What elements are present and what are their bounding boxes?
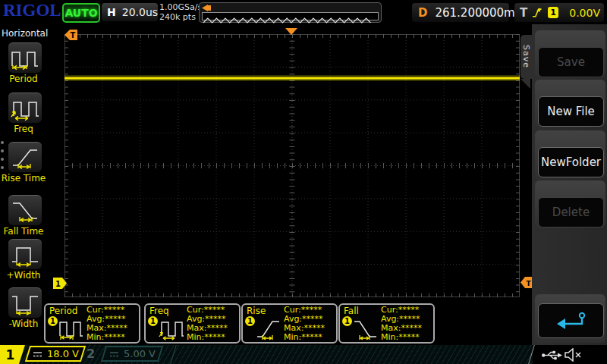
fall-time-icon: [10, 198, 40, 224]
stat-label: Min:: [284, 332, 301, 342]
memory-depth: 240k pts: [159, 12, 202, 22]
measure-item-period[interactable]: [8, 42, 42, 73]
record-position-marker-icon: [202, 5, 212, 11]
measure-item-rise-time-label: Rise Time: [0, 173, 47, 184]
speaker-muted-icon[interactable]: [565, 348, 583, 362]
measurement-panel-period[interactable]: Period 1 Cur:***** Avg:***** Max:***** M…: [44, 303, 140, 344]
timebase-value: 20.0us: [122, 6, 158, 18]
measurement-stats: Cur:***** Avg:***** Max:***** Min:*****: [381, 306, 434, 342]
waveform-record-preview[interactable]: [199, 2, 382, 23]
ch1-scale-value: 18.0 V: [47, 348, 79, 359]
stat-label: Min:: [86, 332, 104, 342]
measurement-title: Rise: [247, 306, 266, 316]
oscilloscope-screen: RIGOL AUTO H 20.0us 1.00GSa/s 240k pts D…: [0, 0, 607, 364]
usb-icon: [542, 350, 562, 360]
fall-time-icon: [353, 316, 379, 342]
measurement-panel-freq[interactable]: Freq 1 Cur:***** Avg:***** Max:***** Min…: [144, 303, 241, 344]
ch1-trace: [64, 77, 520, 80]
measurement-title: Period: [49, 306, 77, 316]
measure-item-rise-time[interactable]: [8, 142, 42, 172]
trigger-source-badge: 1: [548, 7, 559, 18]
record-waveform-icon: [203, 17, 378, 24]
stat-label: Min:: [187, 332, 204, 342]
timebase-label: H: [107, 6, 116, 18]
channel-status-bar: 1 18.0 V 2 5.00 V: [0, 345, 607, 364]
svg-text:1: 1: [55, 280, 61, 288]
rise-time-icon: [256, 316, 281, 342]
rise-time-icon: [10, 145, 40, 171]
measurement-stats: Cur:***** Avg:***** Max:***** Min:*****: [86, 306, 140, 342]
trigger-position-marker[interactable]: [285, 28, 297, 35]
measurement-stats: Cur:***** Avg:***** Max:***** Min:*****: [187, 306, 240, 342]
return-arrow-icon: [555, 311, 588, 331]
rising-edge-icon: [531, 6, 543, 19]
measure-item-neg-width[interactable]: [8, 287, 42, 318]
graticule: [64, 34, 520, 297]
ch1-button[interactable]: 1: [0, 345, 25, 364]
period-waveform-icon: [10, 46, 40, 71]
delete-button[interactable]: Delete: [538, 197, 604, 228]
measure-item-pos-width-label: +Width: [0, 270, 47, 281]
stat-value: *****: [204, 332, 225, 342]
dc-coupling-icon: [33, 350, 42, 358]
stat-label: Min:: [381, 332, 398, 342]
menu-page-dots: [1, 141, 5, 169]
measure-item-fall-time[interactable]: [8, 195, 42, 225]
delay-value: 261.200000ms: [435, 6, 521, 20]
right-menu-tab: Save: [521, 35, 532, 79]
trigger-offscreen-left-marker[interactable]: T: [64, 30, 78, 40]
back-button[interactable]: [538, 303, 604, 338]
sample-rate: 1.00GSa/s: [159, 2, 202, 12]
ch1-ground-marker[interactable]: 1: [53, 278, 68, 289]
save-button[interactable]: Save: [538, 47, 604, 77]
dc-coupling-icon: [109, 350, 119, 358]
channel-badge: 1: [245, 316, 255, 326]
channel-badge: 1: [342, 316, 352, 326]
trigger-label: T: [520, 6, 527, 20]
timebase-box[interactable]: H 20.0us: [102, 3, 158, 21]
right-menu-tab-notch: [521, 79, 530, 89]
measure-item-period-label: Period: [0, 74, 47, 84]
measure-item-freq-label: Freq: [0, 124, 47, 134]
run-status-badge[interactable]: AUTO: [62, 3, 100, 23]
ch2-scale-value: 5.00 V: [124, 348, 156, 359]
measure-item-pos-width[interactable]: [8, 239, 42, 269]
svg-text:T: T: [71, 31, 76, 39]
left-menu-title: Horizontal: [2, 28, 46, 39]
period-waveform-icon: [58, 316, 84, 342]
right-menu-tab-label: Save: [521, 45, 531, 68]
rigol-logo: RIGOL: [3, 1, 61, 20]
measurement-stats: Cur:***** Avg:***** Max:***** Min:*****: [284, 306, 337, 342]
positive-width-icon: [10, 242, 40, 268]
record-window: [202, 12, 379, 20]
measure-item-neg-width-label: -Width: [0, 318, 47, 329]
new-folder-button[interactable]: NewFolder: [538, 147, 604, 177]
svg-text:T: T: [526, 280, 531, 287]
delay-box[interactable]: D 261.200000ms: [412, 3, 509, 22]
trigger-box[interactable]: T 1 0.00V: [514, 3, 604, 22]
acquisition-info: 1.00GSa/s 240k pts: [159, 2, 202, 22]
measurement-panel-fall[interactable]: Fall 1 Cur:***** Avg:***** Max:***** Min…: [338, 303, 435, 344]
ch1-info[interactable]: 18.0 V: [25, 346, 86, 362]
measure-item-fall-time-label: Fall Time: [0, 226, 47, 237]
negative-width-icon: [10, 290, 40, 316]
measurement-title: Fall: [344, 306, 359, 316]
measurement-title: Freq: [149, 306, 169, 316]
delay-label: D: [418, 6, 427, 20]
stat-value: *****: [301, 332, 322, 342]
new-file-button[interactable]: New File: [538, 96, 604, 127]
freq-waveform-icon: [10, 96, 40, 121]
stat-value: *****: [398, 332, 420, 342]
stat-value: *****: [104, 332, 125, 342]
measurement-panel-rise[interactable]: Rise 1 Cur:***** Avg:***** Max:***** Min…: [241, 303, 338, 344]
bar-divider: [170, 345, 177, 364]
channel-badge: 1: [48, 316, 58, 326]
ch2-info[interactable]: 5.00 V: [101, 346, 163, 362]
ch2-button[interactable]: 2: [86, 347, 95, 361]
measure-item-freq[interactable]: [8, 93, 42, 123]
channel-badge: 1: [148, 316, 158, 326]
freq-waveform-icon: [159, 316, 184, 342]
trigger-level-value: 0.00V: [569, 7, 600, 19]
